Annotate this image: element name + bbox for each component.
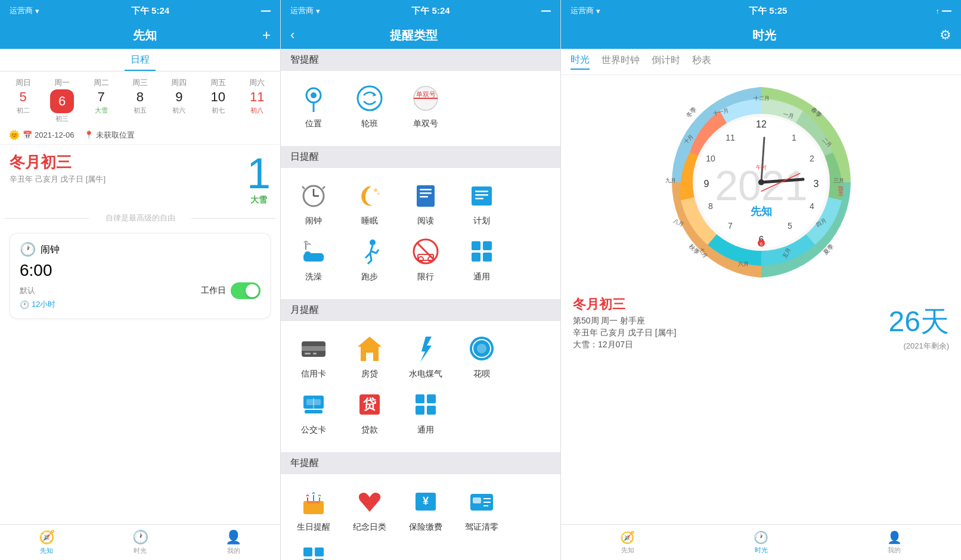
svg-point-23 [305, 251, 311, 255]
svg-text:贷: 贷 [363, 397, 377, 412]
nav-bar-3: 时光 ⚙ [561, 21, 961, 49]
info-date-title: 冬月初三 [573, 295, 676, 313]
bottom-nav-mine[interactable]: 👤 我的 [187, 525, 280, 560]
reminder-general-daily[interactable]: 通用 [454, 234, 510, 282]
svg-text:十二月: 十二月 [753, 95, 769, 101]
svg-rect-47 [305, 410, 323, 413]
svg-line-10 [302, 186, 305, 189]
svg-text:5: 5 [788, 221, 792, 231]
panel-time: 运营商 ▾ 下午 5:25 ↑ ━━ 时光 ⚙ 时光 世界时钟 倒计时 秒表 [560, 0, 961, 560]
days-sub: (2021年剩余) [889, 341, 949, 351]
svg-text:九月: 九月 [665, 178, 676, 183]
location-text: 未获取位置 [96, 130, 135, 141]
nav-title-1: 先知 [133, 27, 157, 43]
reminder-location[interactable]: 位置 [286, 80, 342, 129]
reminder-huabei[interactable]: 花呗 [454, 331, 510, 379]
settings-icon[interactable]: ⚙ [940, 27, 951, 43]
reminder-mortgage[interactable]: 房贷 [342, 331, 398, 379]
reminder-run[interactable]: 跑步 [342, 234, 398, 282]
svg-text:9: 9 [703, 179, 709, 189]
status-time-2: 下午 5:24 [411, 5, 450, 17]
svg-rect-68 [303, 547, 312, 556]
reminder-sleep[interactable]: 睡眠 [342, 178, 398, 226]
status-time-1: 下午 5:24 [131, 5, 169, 17]
svg-text:单双号: 单双号 [416, 91, 436, 98]
svg-text:3: 3 [813, 179, 819, 189]
signal-icon: ↑ [935, 7, 940, 15]
alarm-toggle[interactable] [231, 282, 261, 299]
reminder-alarm[interactable]: 闹钟 [286, 178, 342, 226]
time-format-label: 12小时 [32, 299, 55, 310]
clock-icon-nav: 🕐 [132, 530, 148, 545]
schedule-tab[interactable]: 日程 [125, 52, 156, 71]
svg-text:4: 4 [810, 201, 814, 211]
bottom-nav-shiguang-3[interactable]: 🕐 时光 [695, 525, 828, 560]
add-button[interactable]: + [262, 27, 271, 43]
week-day-tue[interactable]: 周二 7 大雪 [84, 77, 119, 123]
tab-shiguang[interactable]: 时光 [571, 54, 590, 70]
alarm-card[interactable]: 🕐 闹钟 6:00 默认 工作日 🕐 12小时 [10, 233, 271, 319]
svg-line-11 [323, 186, 325, 189]
svg-point-91 [758, 179, 764, 185]
reminder-general-monthly[interactable]: 通用 [398, 387, 454, 435]
svg-rect-54 [416, 406, 424, 415]
info-row-1: 第50周 周一 射手座 [573, 316, 676, 326]
bottom-nav-xianzi[interactable]: 🧭 先知 [0, 525, 94, 560]
week-day-mon[interactable]: 周一 6 初三 [45, 77, 79, 123]
svg-rect-19 [475, 191, 488, 192]
bottom-nav-mine-3[interactable]: 👤 我的 [827, 525, 961, 560]
reminder-buscard[interactable]: 公交卡 [286, 387, 342, 435]
week-day-sat[interactable]: 周六 11 初八 [240, 77, 274, 123]
svg-text:酉时: 酉时 [838, 186, 844, 197]
tab-world-clock[interactable]: 世界时钟 [602, 54, 640, 69]
big-num-label: 大雪 [250, 195, 267, 206]
reminder-loan[interactable]: 贷 贷款 [342, 387, 398, 435]
svg-rect-32 [483, 241, 492, 250]
alarm-workday: 工作日 [201, 285, 226, 296]
person-icon: 👤 [225, 530, 241, 545]
tab-countdown[interactable]: 倒计时 [652, 54, 680, 69]
nav-label-xianzi-3: 先知 [621, 546, 634, 555]
main-date-title: 冬月初三 [10, 152, 106, 173]
carrier-label: 运营商 [10, 5, 33, 16]
svg-rect-16 [420, 192, 432, 194]
reminder-utility[interactable]: 水电煤气 [398, 331, 454, 379]
week-day-wed[interactable]: 周三 8 初五 [123, 77, 157, 123]
bottom-nav-xianzi-3[interactable]: 🧭 先知 [561, 525, 695, 560]
nav-label-xianzi: 先知 [40, 546, 53, 555]
nav-label-shiguang-3: 时光 [755, 546, 768, 555]
date-text: 2021-12-06 [35, 130, 75, 139]
bottom-nav-shiguang[interactable]: 🕐 时光 [94, 525, 187, 560]
section-monthly: 月提醒 [281, 299, 560, 321]
reminder-insurance[interactable]: ¥ 保险缴费 [398, 484, 454, 533]
reminder-anniversary[interactable]: 纪念日类 [342, 484, 398, 533]
panel-reminder-types: 运营商 ▾ 下午 5:24 ━━ ‹ 提醒类型 智提醒 位置 [280, 0, 560, 560]
reminder-plan[interactable]: 计划 [454, 178, 510, 226]
reminder-restrict[interactable]: 限行 [398, 234, 454, 282]
reminder-general-yearly[interactable]: 通用 [286, 540, 342, 560]
main-date-block: 冬月初三 辛丑年 己亥月 戊子日 [属牛] 1 大雪 [0, 145, 280, 208]
back-button[interactable]: ‹ [290, 27, 294, 43]
daily-grid: 闹钟 睡眠 阅读 计划 [281, 168, 560, 299]
battery-icon-2: ━━ [541, 7, 551, 15]
reminder-odd-even[interactable]: 单双号 单双号 [398, 80, 454, 129]
reminder-scroll[interactable]: 智提醒 位置 轮班 单双号 单双号 日提醒 [281, 49, 560, 560]
svg-text:三月: 三月 [833, 178, 844, 183]
reminder-drivelicense[interactable]: 驾证清零 [454, 484, 510, 533]
reminder-creditcard[interactable]: 信用卡 [286, 331, 342, 379]
main-date-sub: 辛丑年 己亥月 戊子日 [属牛] [10, 174, 106, 185]
carrier-label-3: 运营商 [571, 5, 594, 16]
reminder-bath[interactable]: 洗澡 [286, 234, 342, 282]
tab-stopwatch[interactable]: 秒表 [692, 54, 711, 69]
reminder-shift[interactable]: 轮班 [342, 80, 398, 129]
svg-point-3 [358, 86, 382, 110]
svg-rect-52 [416, 394, 424, 403]
week-day-sun[interactable]: 周日 5 初二 [6, 77, 41, 123]
week-day-thu[interactable]: 周四 9 初六 [162, 77, 196, 123]
nav-title-2: 提醒类型 [390, 27, 438, 43]
section-daily: 日提醒 [281, 146, 560, 168]
reminder-birthday[interactable]: 生日提醒 [286, 484, 342, 533]
week-day-fri[interactable]: 周五 10 初七 [201, 77, 235, 123]
reminder-read[interactable]: 阅读 [398, 178, 454, 226]
alarm-icon: 🕐 [20, 242, 36, 257]
